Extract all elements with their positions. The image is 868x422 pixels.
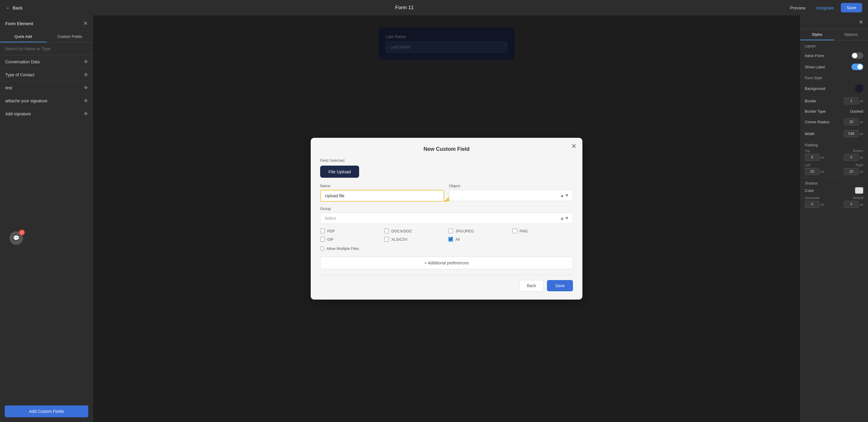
search-input[interactable] [5,47,88,51]
file-type-label: GIF [327,237,334,242]
file-type-checkbox[interactable] [448,237,453,242]
object-select-wrapper: ▲▼ [449,190,573,201]
border-row: Border px [800,95,868,107]
shadow-color-picker[interactable] [855,187,863,194]
save-top-button[interactable]: Save [841,3,862,12]
group-select[interactable]: Select [320,213,573,224]
shadow-horizontal-input[interactable] [805,201,819,208]
shadow-vertical-unit: px [860,203,863,206]
expand-icon: ✥ [84,59,88,64]
page-title: Form 11 [395,5,414,11]
shadow-vertical-input[interactable] [844,201,859,208]
sidebar-section-item[interactable]: Type of Contact✥ [0,68,93,81]
modal-name-group: Name [320,184,444,202]
allow-multiple-files-label: Allow Multiple Files [327,246,359,251]
file-type-checkbox[interactable] [513,229,517,233]
sidebar-section-item[interactable]: atttache your signature✥ [0,94,93,107]
group-label: Group [320,206,573,211]
add-custom-fields-button[interactable]: Add Custom Fields [5,405,88,417]
padding-bottom-unit: px [860,156,863,159]
file-type-label: XLS/CSV [391,237,408,242]
file-types-group: PDFDOCX/DOCJPG/JPEGPNGGIFXLS/CSVAll [320,229,573,242]
sidebar-bottom: Add Custom Fields [0,401,93,422]
additional-preferences-button[interactable]: + Additional preferences [320,257,573,269]
sidebar-section-label: Conversation Data [5,59,39,64]
name-input[interactable] [320,190,444,202]
back-button[interactable]: ← Back [6,5,23,10]
file-type-label: All [456,237,460,242]
width-unit: px [860,132,863,136]
background-color-picker[interactable] [855,84,863,92]
sidebar-section-item[interactable]: test✥ [0,81,93,94]
shadow-label: Shadow [805,180,863,187]
tab-quick-add[interactable]: Quick Add [0,31,46,42]
background-row: Background [800,82,868,95]
tab-custom-fields[interactable]: Custom Fields [46,31,93,42]
file-type-item: JPG/JPEG [448,229,509,233]
right-layout-label: Layout [800,40,868,50]
padding-right-label: Right [856,163,863,167]
padding-left-input[interactable] [805,168,819,175]
background-label: Background [805,86,825,91]
corner-radius-group: px [844,118,863,125]
sidebar-section-label: Add signature [5,112,31,116]
inline-form-toggle[interactable] [851,52,863,59]
file-type-checkbox[interactable] [384,237,389,242]
file-type-item: PNG [513,229,573,233]
file-type-label: JPG/JPEG [456,229,474,233]
file-type-checkbox[interactable] [448,229,453,233]
shadow-vertical-label: Vertical [852,196,863,200]
border-value-group: px [844,97,863,104]
modal-back-button[interactable]: Back [520,280,544,291]
preview-button[interactable]: Preview [786,4,809,12]
file-type-checkbox[interactable] [320,229,325,233]
integrate-button[interactable]: Integrate [813,4,837,12]
sidebar-section-item[interactable]: Add signature✥ [0,107,93,120]
file-type-checkbox[interactable] [384,229,389,233]
top-bar-actions: Preview Integrate Save [786,3,862,12]
search-area [0,43,93,55]
modal-save-button[interactable]: Save [547,280,573,291]
padding-left-unit: px [821,170,824,173]
right-sidebar-close-button[interactable]: ✕ [859,19,863,25]
shadow-horizontal-unit: px [821,203,824,206]
show-label-toggle[interactable] [851,63,863,70]
chat-icon: 💬 [13,235,20,241]
right-tab-options[interactable]: Options [834,29,868,40]
modal-overlay: New Custom Field ✕ Field Selected File U… [93,16,800,422]
width-label: Width [805,132,814,136]
right-sidebar-tabs: Styles Options [800,29,868,40]
border-type-row: Border Type Dashed [800,107,868,116]
padding-bottom-input[interactable] [844,154,859,161]
file-type-label: PDF [327,229,335,233]
sidebar-close-button[interactable]: ✕ [83,20,88,27]
right-tab-styles[interactable]: Styles [800,29,834,40]
chat-icon-wrapper[interactable]: 💬 12 [9,231,23,245]
back-label: Back [13,5,23,10]
notification-badge: 12 [19,229,25,235]
corner-radius-row: Corner Radius px [800,116,868,128]
file-type-checkbox[interactable] [320,237,325,242]
file-type-item: XLS/CSV [384,237,445,242]
name-input-wrapper [320,190,444,202]
allow-multiple-files-checkbox[interactable] [320,247,324,251]
corner-radius-label: Corner Radius [805,120,830,124]
new-custom-field-modal: New Custom Field ✕ Field Selected File U… [311,138,582,300]
file-type-label: PNG [520,229,528,233]
file-type-item: GIF [320,237,381,242]
padding-top-input[interactable] [805,154,819,161]
sidebar-section-item[interactable]: Conversation Data✥ [0,55,93,68]
width-input[interactable] [844,130,859,137]
padding-right-input[interactable] [844,168,859,175]
object-select[interactable] [449,190,573,201]
allow-multiple-files-row: Allow Multiple Files [320,246,573,251]
corner-radius-input[interactable] [844,118,859,125]
file-type-item: DOCX/DOC [384,229,445,233]
padding-left-label: Left [805,163,810,167]
modal-group-group: Group Select ▲▼ [320,206,573,224]
padding-right-unit: px [860,170,863,173]
file-upload-button[interactable]: File Upload [320,166,359,178]
modal-close-button[interactable]: ✕ [571,143,577,150]
border-input[interactable] [844,97,859,104]
shadow-color-label: Color [805,188,814,193]
